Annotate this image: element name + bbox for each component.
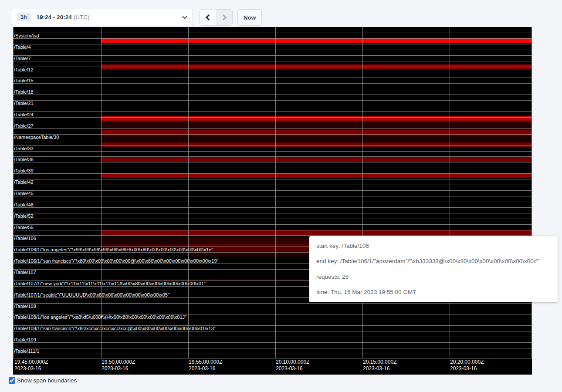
gridline-h xyxy=(13,303,532,304)
gridline-h xyxy=(13,224,532,225)
heat-band xyxy=(101,142,532,147)
gridline-h xyxy=(13,173,532,174)
gridline-h xyxy=(13,202,532,202)
gridline-v xyxy=(362,27,363,358)
gridline-h xyxy=(13,78,532,78)
row-label: /Table/52 xyxy=(14,213,34,219)
row-label: /Table/108/1/"san francisco"/"\x8c\xcc\x… xyxy=(14,326,216,331)
row-label: /Table/24 xyxy=(14,112,34,117)
gridline-h xyxy=(13,67,532,67)
heat-band xyxy=(101,121,532,130)
gridline-h xyxy=(13,179,532,179)
gridline-h xyxy=(13,145,532,146)
gridline-h xyxy=(13,33,532,33)
row-label: /Table/107/1/"seattle"/"UUUUUUD\x00\x80\… xyxy=(14,292,169,297)
gridline-h xyxy=(13,95,532,95)
gridline-h xyxy=(13,117,532,118)
x-axis-tick-date: 2023-03-16 xyxy=(450,365,477,372)
show-span-boundaries-checkbox[interactable] xyxy=(9,377,15,384)
row-label: /Table/42 xyxy=(14,179,34,185)
gridline-h xyxy=(13,44,532,44)
row-label: /Table/108 xyxy=(14,304,36,309)
x-axis-tick-date: 2023-03-16 xyxy=(189,365,215,372)
tooltip-requests: requests: 28 xyxy=(316,273,551,281)
gridline-h xyxy=(13,213,532,213)
row-label: /Table/36 xyxy=(14,157,34,162)
row-label: /Table/7 xyxy=(14,56,31,61)
time-preset-badge: 1h xyxy=(17,13,31,21)
x-axis-tick-time: 20:15:00.000Z xyxy=(363,359,396,365)
tooltip-end-key: end key: /Table/106/1/"amsterdam"/"\xb33… xyxy=(316,257,551,266)
x-axis-tick-time: 20:10:00.000Z xyxy=(276,359,309,365)
gridline-h xyxy=(13,230,532,230)
gridline-v xyxy=(532,27,532,358)
gridline-h xyxy=(13,320,532,320)
gridline-h xyxy=(13,331,532,331)
row-label: /Table/18 xyxy=(14,89,34,95)
heat-band xyxy=(101,230,532,235)
heat-band xyxy=(101,135,532,142)
x-axis-tick-time: 19:45:00.000Z xyxy=(14,359,48,365)
gridline-h xyxy=(13,190,532,191)
heat-band xyxy=(101,173,532,178)
key-visualizer-canvas[interactable]: /System/tsd/Table/4/Table/7/Table/12/Tab… xyxy=(13,27,532,375)
row-label: /Table/39 xyxy=(14,168,34,173)
row-label: /Table/107/1/"new york"/"\x11\x11\x11\x1… xyxy=(14,281,206,286)
gridline-h xyxy=(13,337,532,337)
gridline-h xyxy=(13,348,532,348)
heat-band xyxy=(101,157,532,162)
gridline-h xyxy=(13,72,532,72)
row-label: /Table/106/1/"san francisco"/"\x80\x00\x… xyxy=(14,258,219,264)
gridline-h xyxy=(13,140,532,140)
gridline-h xyxy=(13,38,532,39)
now-button[interactable]: Now xyxy=(237,9,262,26)
span-boundaries-row: Show span boundaries xyxy=(9,377,77,384)
gridline-v xyxy=(13,27,14,358)
gridline-v xyxy=(101,27,102,358)
gridline-v xyxy=(275,27,276,358)
gridline-h xyxy=(13,89,532,89)
gridline-h xyxy=(13,123,532,123)
row-label: /Table/27 xyxy=(14,123,34,128)
gridline-h xyxy=(13,100,532,101)
row-label: /Table/33 xyxy=(14,146,34,151)
row-label: /Table/21 xyxy=(14,101,34,106)
gridline-h xyxy=(13,168,532,168)
row-label: /Table/109 xyxy=(14,337,36,342)
x-axis-tick-date: 2023-03-16 xyxy=(276,365,302,372)
next-time-button[interactable] xyxy=(216,10,232,25)
gridline-h xyxy=(13,354,532,354)
gridline-h xyxy=(13,151,532,152)
gridline-h xyxy=(13,185,532,185)
gridline-h xyxy=(13,83,532,84)
x-axis-tick-date: 2023-03-16 xyxy=(14,365,41,372)
gridline-h xyxy=(13,55,532,56)
gridline-h xyxy=(13,134,532,135)
row-label: /Table/107 xyxy=(14,270,36,275)
row-label: /Table/48 xyxy=(14,202,34,207)
x-axis-tick-date: 2023-03-16 xyxy=(363,365,389,372)
row-label: /Table/106/1/"los angeles"/"\x99\x99\x99… xyxy=(14,247,213,252)
gridline-h xyxy=(13,112,532,112)
chevron-left-icon xyxy=(206,14,212,20)
gridline-h xyxy=(13,342,532,343)
gridline-h xyxy=(13,162,532,162)
heatmap-tooltip: start key: /Table/106 end key: /Table/10… xyxy=(309,236,558,302)
gridline-h xyxy=(13,309,532,309)
row-label: /Table/12 xyxy=(14,67,34,72)
time-range-select[interactable]: 1h 19:24 - 20:24(UTC) xyxy=(11,9,193,25)
x-axis-tick-time: 19:50:00.000Z xyxy=(102,359,135,365)
prev-time-button[interactable] xyxy=(200,10,216,25)
x-axis-tick-date: 2023-03-16 xyxy=(102,365,128,372)
row-label: /Table/15 xyxy=(14,78,34,83)
heat-band xyxy=(101,38,532,43)
chevron-right-icon xyxy=(220,14,227,20)
gridline-v xyxy=(188,27,189,358)
x-axis-tick-time: 20:20:00.000Z xyxy=(450,359,484,365)
gridline-h xyxy=(13,196,532,196)
row-label: /Table/4 xyxy=(14,44,31,50)
gridline-h xyxy=(13,358,532,358)
heat-band xyxy=(101,130,532,135)
gridline-h xyxy=(13,106,532,106)
gridline-h xyxy=(13,156,532,157)
